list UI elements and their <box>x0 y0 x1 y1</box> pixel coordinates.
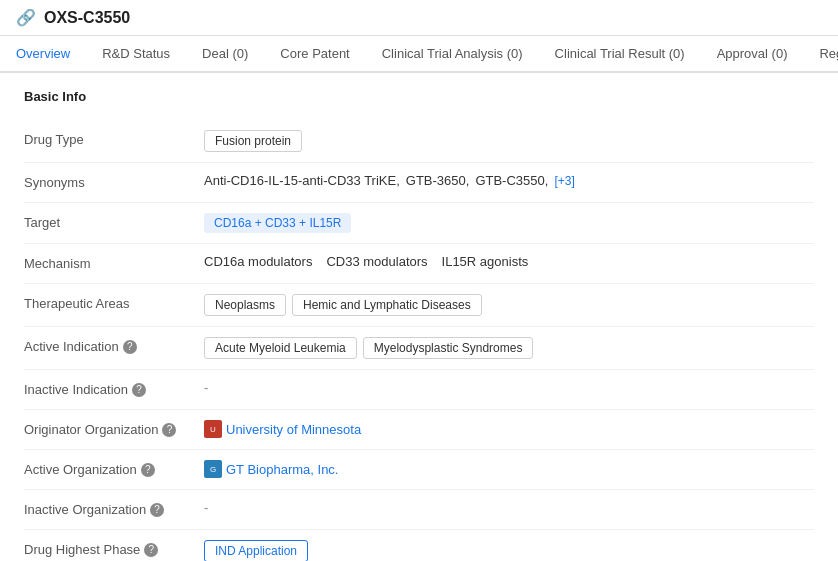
active-org-label: Active Organization ? <box>24 460 204 477</box>
therapeutic-area-2: Hemic and Lymphatic Diseases <box>292 294 482 316</box>
active-indication-help-icon: ? <box>123 340 137 354</box>
inactive-indication-help-icon: ? <box>132 383 146 397</box>
synonym-3: GTB-C3550, <box>475 173 548 188</box>
mechanism-2: CD33 modulators <box>326 254 427 269</box>
tab-approval[interactable]: Approval (0) <box>701 36 804 73</box>
synonyms-row: Synonyms Anti-CD16-IL-15-anti-CD33 TriKE… <box>24 163 814 203</box>
drug-type-row: Drug Type Fusion protein <box>24 120 814 163</box>
inactive-indication-label: Inactive Indication ? <box>24 380 204 397</box>
originator-org-logo: U <box>204 420 222 438</box>
active-org-logo: G <box>204 460 222 478</box>
active-indication-row: Active Indication ? Acute Myeloid Leukem… <box>24 327 814 370</box>
originator-org-name[interactable]: University of Minnesota <box>226 422 361 437</box>
inactive-indication-value: - <box>204 380 814 395</box>
originator-org-value: U University of Minnesota <box>204 420 814 438</box>
drug-highest-phase-value: IND Application <box>204 540 814 561</box>
target-row: Target CD16a + CD33 + IL15R <box>24 203 814 244</box>
nav-tabs: Overview R&D Status Deal (0) Core Patent… <box>0 36 838 73</box>
inactive-indication-dash: - <box>204 380 208 395</box>
originator-org-row: Originator Organization ? U University o… <box>24 410 814 450</box>
drug-highest-phase-help-icon: ? <box>144 543 158 557</box>
tab-clinical-trial-result[interactable]: Clinical Trial Result (0) <box>539 36 701 73</box>
tab-deal[interactable]: Deal (0) <box>186 36 264 73</box>
tab-rd-status[interactable]: R&D Status <box>86 36 186 73</box>
synonym-1: Anti-CD16-IL-15-anti-CD33 TriKE, <box>204 173 400 188</box>
mechanism-label: Mechanism <box>24 254 204 271</box>
synonyms-more[interactable]: [+3] <box>554 174 574 188</box>
tab-clinical-trial-analysis[interactable]: Clinical Trial Analysis (0) <box>366 36 539 73</box>
main-content: Basic Info Drug Type Fusion protein Syno… <box>0 73 838 561</box>
inactive-indication-row: Inactive Indication ? - <box>24 370 814 410</box>
active-indication-1: Acute Myeloid Leukemia <box>204 337 357 359</box>
therapeutic-areas-label: Therapeutic Areas <box>24 294 204 311</box>
inactive-org-dash: - <box>204 500 208 515</box>
target-tag: CD16a + CD33 + IL15R <box>204 213 351 233</box>
link-icon: 🔗 <box>16 8 36 27</box>
synonyms-value: Anti-CD16-IL-15-anti-CD33 TriKE, GTB-365… <box>204 173 814 188</box>
synonyms-label: Synonyms <box>24 173 204 190</box>
tab-core-patent[interactable]: Core Patent <box>264 36 365 73</box>
synonym-2: GTB-3650, <box>406 173 470 188</box>
drug-highest-phase-row: Drug Highest Phase ? IND Application <box>24 530 814 561</box>
drug-type-tag: Fusion protein <box>204 130 302 152</box>
drug-highest-phase-label: Drug Highest Phase ? <box>24 540 204 557</box>
drug-type-label: Drug Type <box>24 130 204 147</box>
target-label: Target <box>24 213 204 230</box>
active-org-value: G GT Biopharma, Inc. <box>204 460 814 478</box>
active-indication-2: Myelodysplastic Syndromes <box>363 337 534 359</box>
mechanism-value: CD16a modulators CD33 modulators IL15R a… <box>204 254 814 269</box>
ind-application-tag[interactable]: IND Application <box>204 540 308 561</box>
therapeutic-area-1: Neoplasms <box>204 294 286 316</box>
mechanism-1: CD16a modulators <box>204 254 312 269</box>
originator-org-help-icon: ? <box>162 423 176 437</box>
therapeutic-areas-row: Therapeutic Areas Neoplasms Hemic and Ly… <box>24 284 814 327</box>
active-org-item: G GT Biopharma, Inc. <box>204 460 338 478</box>
tab-overview[interactable]: Overview <box>0 36 86 73</box>
inactive-org-row: Inactive Organization ? - <box>24 490 814 530</box>
inactive-org-value: - <box>204 500 814 515</box>
active-indication-value: Acute Myeloid Leukemia Myelodysplastic S… <box>204 337 814 359</box>
mechanism-3: IL15R agonists <box>442 254 529 269</box>
target-value: CD16a + CD33 + IL15R <box>204 213 814 233</box>
active-org-row: Active Organization ? G GT Biopharma, In… <box>24 450 814 490</box>
tab-regulation[interactable]: Regulation (0) <box>803 36 838 73</box>
section-title: Basic Info <box>24 89 814 104</box>
active-org-help-icon: ? <box>141 463 155 477</box>
active-org-name[interactable]: GT Biopharma, Inc. <box>226 462 338 477</box>
active-indication-label: Active Indication ? <box>24 337 204 354</box>
originator-org-label: Originator Organization ? <box>24 420 204 437</box>
drug-title: OXS-C3550 <box>44 9 130 27</box>
originator-org-item: U University of Minnesota <box>204 420 361 438</box>
mechanism-row: Mechanism CD16a modulators CD33 modulato… <box>24 244 814 284</box>
inactive-org-help-icon: ? <box>150 503 164 517</box>
drug-type-value: Fusion protein <box>204 130 814 152</box>
app-header: 🔗 OXS-C3550 <box>0 0 838 36</box>
inactive-org-label: Inactive Organization ? <box>24 500 204 517</box>
therapeutic-areas-value: Neoplasms Hemic and Lymphatic Diseases <box>204 294 814 316</box>
